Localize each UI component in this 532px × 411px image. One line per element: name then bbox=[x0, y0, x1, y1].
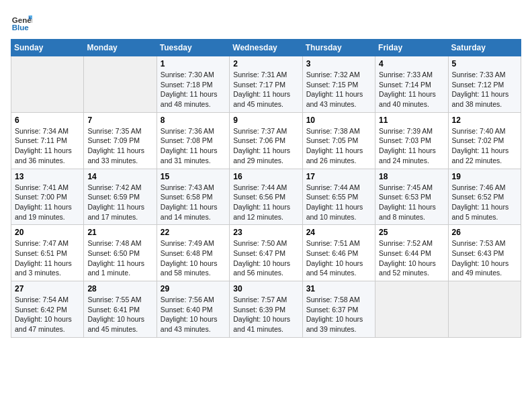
calendar-table: SundayMondayTuesdayWednesdayThursdayFrid… bbox=[11, 39, 521, 338]
calendar-cell: 26Sunrise: 7:53 AM Sunset: 6:43 PM Dayli… bbox=[448, 225, 521, 281]
day-number: 7 bbox=[87, 116, 152, 125]
day-number: 19 bbox=[452, 172, 517, 181]
day-detail: Sunrise: 7:43 AM Sunset: 6:58 PM Dayligh… bbox=[161, 183, 226, 222]
calendar-week-row: 20Sunrise: 7:47 AM Sunset: 6:51 PM Dayli… bbox=[11, 225, 521, 281]
calendar-cell: 2Sunrise: 7:31 AM Sunset: 7:17 PM Daylig… bbox=[230, 56, 302, 113]
day-number: 1 bbox=[161, 59, 226, 68]
svg-text:Blue: Blue bbox=[12, 24, 30, 32]
day-detail: Sunrise: 7:57 AM Sunset: 6:39 PM Dayligh… bbox=[233, 295, 298, 334]
day-number: 30 bbox=[233, 284, 298, 293]
calendar-cell: 29Sunrise: 7:56 AM Sunset: 6:40 PM Dayli… bbox=[157, 281, 229, 338]
day-number: 15 bbox=[161, 172, 226, 181]
calendar-cell: 22Sunrise: 7:49 AM Sunset: 6:48 PM Dayli… bbox=[157, 225, 229, 281]
day-number: 18 bbox=[379, 172, 444, 181]
calendar-cell: 28Sunrise: 7:55 AM Sunset: 6:41 PM Dayli… bbox=[84, 281, 157, 338]
day-number: 29 bbox=[161, 284, 226, 293]
day-detail: Sunrise: 7:36 AM Sunset: 7:08 PM Dayligh… bbox=[161, 126, 226, 166]
day-detail: Sunrise: 7:44 AM Sunset: 6:56 PM Dayligh… bbox=[233, 183, 298, 222]
day-detail: Sunrise: 7:33 AM Sunset: 7:14 PM Dayligh… bbox=[379, 70, 444, 109]
calendar-cell bbox=[375, 281, 448, 338]
day-number: 5 bbox=[452, 59, 517, 68]
calendar-cell: 27Sunrise: 7:54 AM Sunset: 6:42 PM Dayli… bbox=[11, 281, 84, 338]
weekday-header-wednesday: Wednesday bbox=[230, 40, 302, 56]
day-detail: Sunrise: 7:55 AM Sunset: 6:41 PM Dayligh… bbox=[87, 295, 152, 334]
calendar-cell: 13Sunrise: 7:41 AM Sunset: 7:00 PM Dayli… bbox=[11, 169, 84, 225]
day-detail: Sunrise: 7:52 AM Sunset: 6:44 PM Dayligh… bbox=[379, 238, 444, 278]
day-number: 26 bbox=[452, 228, 517, 237]
day-number: 28 bbox=[87, 284, 152, 293]
calendar-cell: 18Sunrise: 7:45 AM Sunset: 6:53 PM Dayli… bbox=[375, 169, 448, 225]
day-detail: Sunrise: 7:48 AM Sunset: 6:50 PM Dayligh… bbox=[87, 238, 152, 278]
day-number: 31 bbox=[306, 284, 371, 293]
day-detail: Sunrise: 7:50 AM Sunset: 6:47 PM Dayligh… bbox=[233, 238, 298, 278]
day-detail: Sunrise: 7:54 AM Sunset: 6:42 PM Dayligh… bbox=[15, 295, 80, 334]
day-detail: Sunrise: 7:49 AM Sunset: 6:48 PM Dayligh… bbox=[161, 238, 226, 278]
calendar-cell: 1Sunrise: 7:30 AM Sunset: 7:18 PM Daylig… bbox=[157, 56, 229, 113]
calendar-cell: 4Sunrise: 7:33 AM Sunset: 7:14 PM Daylig… bbox=[375, 56, 448, 113]
day-number: 21 bbox=[87, 228, 152, 237]
calendar-cell: 7Sunrise: 7:35 AM Sunset: 7:09 PM Daylig… bbox=[84, 112, 157, 169]
calendar-week-row: 13Sunrise: 7:41 AM Sunset: 7:00 PM Dayli… bbox=[11, 169, 521, 225]
calendar-cell: 12Sunrise: 7:40 AM Sunset: 7:02 PM Dayli… bbox=[448, 112, 521, 169]
day-detail: Sunrise: 7:31 AM Sunset: 7:17 PM Dayligh… bbox=[233, 70, 298, 109]
day-detail: Sunrise: 7:53 AM Sunset: 6:43 PM Dayligh… bbox=[452, 238, 517, 278]
day-detail: Sunrise: 7:42 AM Sunset: 6:59 PM Dayligh… bbox=[87, 183, 152, 222]
calendar-cell: 5Sunrise: 7:33 AM Sunset: 7:12 PM Daylig… bbox=[448, 56, 521, 113]
calendar-cell: 8Sunrise: 7:36 AM Sunset: 7:08 PM Daylig… bbox=[157, 112, 229, 169]
day-number: 27 bbox=[15, 284, 80, 293]
calendar-cell: 31Sunrise: 7:58 AM Sunset: 6:37 PM Dayli… bbox=[302, 281, 375, 338]
day-detail: Sunrise: 7:58 AM Sunset: 6:37 PM Dayligh… bbox=[306, 295, 371, 334]
day-detail: Sunrise: 7:45 AM Sunset: 6:53 PM Dayligh… bbox=[379, 183, 444, 222]
calendar-cell: 16Sunrise: 7:44 AM Sunset: 6:56 PM Dayli… bbox=[230, 169, 302, 225]
weekday-header-sunday: Sunday bbox=[11, 40, 84, 56]
calendar-cell bbox=[448, 281, 521, 338]
day-number: 4 bbox=[379, 59, 444, 68]
day-detail: Sunrise: 7:35 AM Sunset: 7:09 PM Dayligh… bbox=[87, 126, 152, 166]
weekday-header-friday: Friday bbox=[375, 40, 448, 56]
weekday-header-monday: Monday bbox=[84, 40, 157, 56]
day-number: 24 bbox=[306, 228, 371, 237]
day-number: 3 bbox=[306, 59, 371, 68]
day-detail: Sunrise: 7:51 AM Sunset: 6:46 PM Dayligh… bbox=[306, 238, 371, 278]
calendar-cell: 9Sunrise: 7:37 AM Sunset: 7:06 PM Daylig… bbox=[230, 112, 302, 169]
calendar-cell: 14Sunrise: 7:42 AM Sunset: 6:59 PM Dayli… bbox=[84, 169, 157, 225]
calendar-cell: 30Sunrise: 7:57 AM Sunset: 6:39 PM Dayli… bbox=[230, 281, 302, 338]
calendar-cell bbox=[84, 56, 157, 113]
calendar-week-row: 27Sunrise: 7:54 AM Sunset: 6:42 PM Dayli… bbox=[11, 281, 521, 338]
day-number: 22 bbox=[161, 228, 226, 237]
weekday-header-thursday: Thursday bbox=[302, 40, 375, 56]
day-detail: Sunrise: 7:44 AM Sunset: 6:55 PM Dayligh… bbox=[306, 183, 371, 222]
day-number: 20 bbox=[15, 228, 80, 237]
day-detail: Sunrise: 7:41 AM Sunset: 7:00 PM Dayligh… bbox=[15, 183, 80, 222]
day-number: 17 bbox=[306, 172, 371, 181]
calendar-cell: 21Sunrise: 7:48 AM Sunset: 6:50 PM Dayli… bbox=[84, 225, 157, 281]
calendar-cell: 25Sunrise: 7:52 AM Sunset: 6:44 PM Dayli… bbox=[375, 225, 448, 281]
day-detail: Sunrise: 7:38 AM Sunset: 7:05 PM Dayligh… bbox=[306, 126, 371, 166]
page-header: General Blue bbox=[11, 11, 521, 32]
calendar-week-row: 6Sunrise: 7:34 AM Sunset: 7:11 PM Daylig… bbox=[11, 112, 521, 169]
calendar-cell: 17Sunrise: 7:44 AM Sunset: 6:55 PM Dayli… bbox=[302, 169, 375, 225]
day-detail: Sunrise: 7:47 AM Sunset: 6:51 PM Dayligh… bbox=[15, 238, 80, 278]
day-number: 10 bbox=[306, 116, 371, 125]
day-number: 23 bbox=[233, 228, 298, 237]
weekday-header-tuesday: Tuesday bbox=[157, 40, 229, 56]
day-detail: Sunrise: 7:34 AM Sunset: 7:11 PM Dayligh… bbox=[15, 126, 80, 166]
calendar-week-row: 1Sunrise: 7:30 AM Sunset: 7:18 PM Daylig… bbox=[11, 56, 521, 113]
calendar-cell: 10Sunrise: 7:38 AM Sunset: 7:05 PM Dayli… bbox=[302, 112, 375, 169]
day-number: 8 bbox=[161, 116, 226, 125]
calendar-cell: 24Sunrise: 7:51 AM Sunset: 6:46 PM Dayli… bbox=[302, 225, 375, 281]
day-number: 13 bbox=[15, 172, 80, 181]
day-number: 9 bbox=[233, 116, 298, 125]
calendar-cell: 23Sunrise: 7:50 AM Sunset: 6:47 PM Dayli… bbox=[230, 225, 302, 281]
day-number: 25 bbox=[379, 228, 444, 237]
day-detail: Sunrise: 7:32 AM Sunset: 7:15 PM Dayligh… bbox=[306, 70, 371, 109]
logo-icon: General Blue bbox=[11, 11, 32, 32]
day-detail: Sunrise: 7:30 AM Sunset: 7:18 PM Dayligh… bbox=[161, 70, 226, 109]
day-number: 11 bbox=[379, 116, 444, 125]
calendar-cell: 20Sunrise: 7:47 AM Sunset: 6:51 PM Dayli… bbox=[11, 225, 84, 281]
logo: General Blue bbox=[11, 11, 32, 32]
day-number: 2 bbox=[233, 59, 298, 68]
day-number: 12 bbox=[452, 116, 517, 125]
day-detail: Sunrise: 7:33 AM Sunset: 7:12 PM Dayligh… bbox=[452, 70, 517, 109]
calendar-cell: 19Sunrise: 7:46 AM Sunset: 6:52 PM Dayli… bbox=[448, 169, 521, 225]
